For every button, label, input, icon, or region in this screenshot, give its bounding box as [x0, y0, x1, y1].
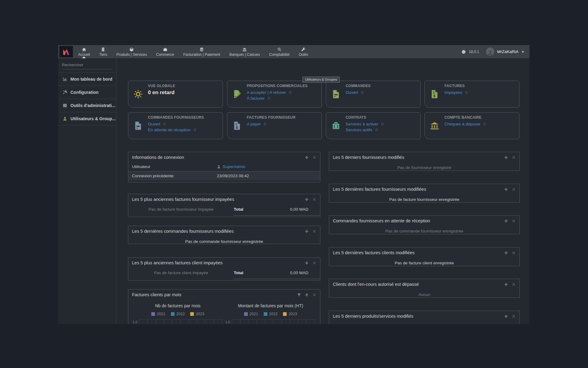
user-silhouette-icon — [217, 164, 221, 169]
nav-item-outils[interactable]: Outils — [294, 45, 313, 58]
total-row: Pas de facture client impayée Total 0,00… — [128, 268, 320, 279]
version-label: 18.0.1 — [469, 50, 479, 54]
kpi-link[interactable]: Ouvert0 — [148, 121, 223, 127]
empty-state-text: Pas de facture client impayée — [128, 270, 234, 275]
sidebar-item-utilisateurs-groupes[interactable]: Utilisateurs & Group... — [58, 112, 116, 125]
coins-icon — [199, 47, 204, 52]
legend-swatch — [171, 312, 175, 316]
widget-title: Les 5 dernières factures clients modifié… — [333, 250, 504, 255]
close-icon[interactable] — [512, 219, 516, 223]
move-icon[interactable] — [504, 282, 508, 286]
kpi-link[interactable]: A accepter | A refuser0 — [247, 90, 322, 95]
chart-title: Montant de factures par mois (HT) — [224, 303, 317, 308]
nav-item-comptabilite[interactable]: $ Comptabilité — [265, 45, 294, 58]
filter-icon[interactable] — [297, 293, 301, 297]
move-icon[interactable] — [504, 155, 508, 159]
file-invoice-dollar-icon: $ — [227, 113, 247, 139]
close-icon[interactable] — [312, 155, 316, 159]
file-invoice-dollar-icon: $ — [425, 81, 444, 107]
close-icon[interactable] — [312, 261, 316, 265]
kpi-box-factures[interactable]: $ FACTURES Impayées0 — [424, 81, 519, 108]
kpi-link[interactable]: En attente de réception0 — [148, 127, 223, 133]
chart-nb-factures: Nb de factures par mois 2021 2022 2023 1… — [131, 301, 224, 324]
divider — [234, 215, 320, 216]
kpi-box-contrats[interactable]: CONTRATS Services à activer0 Services ac… — [326, 112, 421, 139]
close-icon[interactable] — [512, 155, 516, 159]
kpi-link[interactable]: Services actifs0 — [346, 127, 420, 133]
kpi-box-commandes-fournisseurs[interactable]: COMMANDES FOURNISSEURS Ouvert0 En attent… — [128, 112, 223, 139]
kpi-title: COMMANDES — [346, 84, 420, 88]
nav-label: Outils — [299, 52, 308, 57]
sidebar-item-outils-administration[interactable]: Outils d'administrati... — [58, 99, 116, 112]
kpi-box-compte-bancaire[interactable]: COMPTE BANCAIRE Chèques à déposer0 — [424, 112, 519, 139]
kpi-title: COMMANDES FOURNISSEURS — [148, 115, 223, 120]
kpi-link[interactable]: A payer0 — [247, 121, 322, 127]
move-icon[interactable] — [305, 229, 309, 233]
table-row: Connexion précédente 23/09/2023 08:42 — [128, 171, 320, 180]
row-value: SuperAdmin — [223, 164, 245, 169]
printer-icon[interactable] — [461, 49, 466, 54]
wrench-icon — [301, 47, 306, 52]
user-link[interactable]: SuperAdmin — [217, 164, 245, 169]
kpi-box-commandes[interactable]: COMMANDES Ouvert0 — [326, 81, 421, 108]
kpi-link[interactable]: Services à activer0 — [346, 121, 420, 127]
app-logo[interactable] — [59, 46, 73, 57]
chevron-down-icon[interactable]: ▼ — [521, 50, 525, 54]
close-icon[interactable] — [312, 293, 316, 297]
nav-label: Accueil — [78, 52, 90, 57]
legend-swatch — [244, 312, 248, 316]
move-icon[interactable] — [504, 219, 508, 223]
username-label[interactable]: MrZaKaRiA — [497, 49, 518, 54]
close-icon[interactable] — [512, 251, 516, 255]
kpi-count: 0 — [466, 90, 468, 95]
nav-label: Tiers — [99, 52, 107, 57]
chart-montant-factures: Montant de factures par mois (HT) 2021 2… — [224, 301, 317, 324]
move-icon[interactable] — [305, 197, 309, 201]
legend-swatch — [264, 312, 267, 316]
kpi-box-propositions-commerciales[interactable]: PROPOSITIONS COMMERCIALES A accepter | A… — [227, 81, 322, 108]
close-icon[interactable] — [312, 197, 316, 201]
nav-item-tiers[interactable]: Tiers — [95, 45, 112, 58]
nav-item-commerce[interactable]: Commerce — [152, 45, 179, 58]
nav-item-produits-services[interactable]: Produits | Services — [112, 45, 152, 58]
nav-item-facturation-paiement[interactable]: Facturation | Paiement — [179, 45, 225, 58]
table-row: Utilisateur SuperAdmin — [128, 162, 320, 171]
total-label: Total — [234, 270, 261, 275]
search-input[interactable] — [62, 63, 116, 67]
nav-label: Commerce — [156, 52, 174, 57]
kpi-link[interactable]: Chèques à déposer0 — [444, 121, 519, 127]
briefcase-icon — [163, 47, 168, 52]
close-icon[interactable] — [512, 314, 516, 318]
total-amount: 0,00 MAD — [261, 270, 320, 275]
sidebar-item-configuration[interactable]: Configuration — [58, 86, 116, 99]
move-icon[interactable] — [504, 314, 508, 318]
nav-item-accueil[interactable]: Accueil — [74, 45, 95, 58]
kpi-link[interactable]: Impayées0 — [444, 90, 519, 95]
close-icon[interactable] — [312, 229, 316, 233]
move-icon[interactable] — [305, 155, 309, 159]
legend-swatch — [151, 312, 155, 316]
kpi-box-factures-fournisseur[interactable]: $ FACTURES FOURNISSEUR A payer0 — [227, 112, 322, 139]
close-icon[interactable] — [512, 187, 516, 191]
move-icon[interactable] — [504, 187, 508, 191]
widget-derniers-produits-services-modifies: Les 5 derniers produits/services modifié… — [329, 311, 520, 324]
close-icon[interactable] — [512, 282, 516, 286]
legend-item: 2023 — [283, 312, 297, 316]
kpi-box-vue-globale[interactable]: VUE GLOBALE 0 en retard — [128, 81, 223, 108]
nav-item-banques-caisses[interactable]: Banques | Caisses — [225, 45, 265, 58]
y-tick-label: 1.0 — [133, 320, 137, 324]
top-navbar: Accueil Tiers Produits | Services Commer… — [58, 45, 530, 58]
kpi-link[interactable]: À facturer0 — [247, 95, 322, 101]
empty-state-text: Pas de commande fournisseur enregistrée — [128, 236, 320, 248]
kpi-title: CONTRATS — [346, 115, 420, 120]
avatar[interactable] — [486, 48, 494, 56]
move-icon[interactable] — [305, 293, 309, 297]
nav-label: Comptabilité — [269, 52, 290, 57]
kpi-link[interactable]: Ouvert0 — [346, 90, 420, 95]
move-icon[interactable] — [305, 261, 309, 265]
file-icon — [128, 113, 148, 139]
sidebar-item-label: Outils d'administrati... — [70, 103, 115, 108]
sidebar-item-tableau-de-bord[interactable]: Mon tableau de bord — [58, 72, 116, 86]
widget-title: Les 5 plus anciennes factures fournisseu… — [132, 197, 305, 202]
move-icon[interactable] — [504, 251, 508, 255]
